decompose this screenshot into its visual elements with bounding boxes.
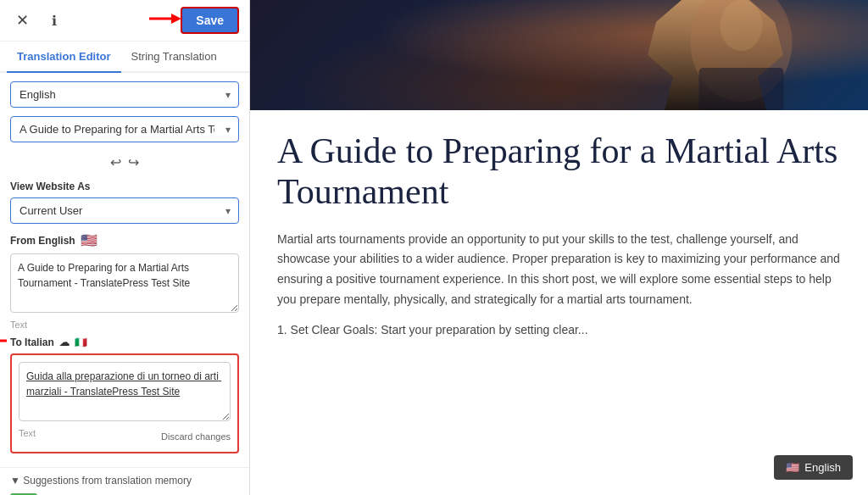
- hero-image: [250, 0, 868, 110]
- badge-label: English: [804, 461, 841, 474]
- from-english-textarea-wrapper: A Guide to Preparing for a Martial Arts …: [10, 253, 239, 316]
- article-content: A Guide to Preparing for a Martial Arts …: [250, 110, 868, 371]
- svg-rect-6: [699, 68, 784, 110]
- cloud-icon: ☁: [59, 336, 70, 348]
- italian-flag: 🇮🇹: [75, 336, 87, 348]
- post-select[interactable]: A Guide to Preparing for a Martial Arts …: [10, 116, 239, 142]
- save-arrow-indicator: [147, 10, 181, 31]
- suggestions-section: ▼ Suggestions from translation memory 97…: [0, 467, 249, 495]
- from-english-field-label: Text: [10, 320, 239, 330]
- language-select-wrapper[interactable]: EnglishItalianFrenchSpanish: [10, 81, 239, 108]
- from-english-label: From English 🇺🇸: [10, 232, 239, 248]
- svg-marker-1: [171, 14, 181, 24]
- language-select[interactable]: EnglishItalianFrenchSpanish: [10, 81, 239, 108]
- to-italian-textarea[interactable]: Guida alla preparazione di un torneo di …: [19, 362, 231, 421]
- article-body: Martial arts tournaments provide an oppo…: [277, 230, 841, 341]
- right-panel: A Guide to Preparing for a Martial Arts …: [250, 0, 868, 495]
- article-paragraph-1: Martial arts tournaments provide an oppo…: [277, 230, 841, 310]
- left-panel: ✕ ℹ Save Translation Editor String Trans…: [0, 0, 250, 495]
- english-flag: 🇺🇸: [81, 232, 97, 248]
- article-title: A Guide to Preparing for a Martial Arts …: [277, 131, 841, 213]
- discard-changes-button[interactable]: Discard changes: [161, 431, 231, 442]
- svg-point-5: [721, 0, 763, 51]
- view-website-as-label: View Website As: [10, 181, 239, 192]
- language-badge[interactable]: 🇺🇸 English: [774, 455, 853, 480]
- suggestions-toggle[interactable]: ▼ Suggestions from translation memory: [10, 475, 239, 487]
- italian-field-label: Text: [19, 428, 36, 438]
- undo-button[interactable]: ↩: [110, 154, 121, 170]
- view-as-select-wrapper[interactable]: Current UserGuestAdministrator: [10, 197, 239, 224]
- tab-string-translation[interactable]: String Translation: [121, 42, 227, 73]
- tab-bar: Translation Editor String Translation: [0, 42, 249, 73]
- save-button[interactable]: Save: [181, 7, 239, 34]
- top-bar: ✕ ℹ Save: [0, 0, 249, 42]
- view-as-select[interactable]: Current UserGuestAdministrator: [10, 197, 239, 224]
- close-button[interactable]: ✕: [10, 8, 34, 32]
- from-english-textarea[interactable]: A Guide to Preparing for a Martial Arts …: [10, 253, 239, 313]
- undo-redo-bar: ↩ ↪: [10, 151, 239, 177]
- article-paragraph-2: 1. Set Clear Goals: Start your preparati…: [277, 320, 841, 341]
- tab-translation-editor[interactable]: Translation Editor: [7, 42, 121, 73]
- badge-flag: 🇺🇸: [786, 461, 799, 474]
- info-button[interactable]: ℹ: [42, 8, 66, 32]
- to-italian-label: To Italian: [10, 336, 54, 348]
- italian-footer: Text Discard changes: [19, 428, 231, 445]
- panel-content: EnglishItalianFrenchSpanish A Guide to P…: [0, 73, 249, 467]
- post-select-wrapper[interactable]: A Guide to Preparing for a Martial Arts …: [10, 116, 239, 142]
- italian-arrow-indicator: [0, 332, 8, 353]
- to-italian-section: Guida alla preparazione di un torneo di …: [10, 353, 239, 453]
- redo-button[interactable]: ↪: [128, 154, 139, 170]
- to-italian-header: To Italian ☁ 🇮🇹: [10, 336, 239, 348]
